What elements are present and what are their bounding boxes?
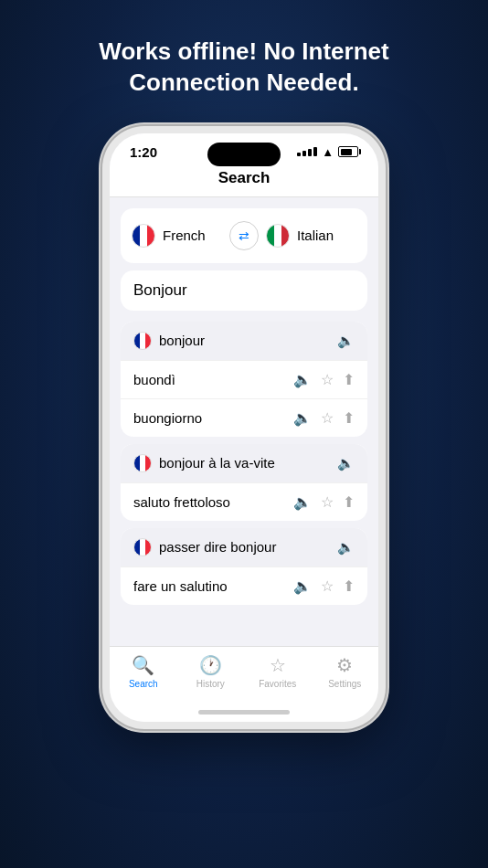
translation-text-2a: saluto frettoloso <box>133 494 230 510</box>
row-icons-2a: 🔈 ☆ ⬆ <box>293 493 355 511</box>
favorites-tab-icon: ☆ <box>270 654 286 676</box>
signal-dot-2 <box>302 151 306 156</box>
result-fr-flag-3 <box>133 538 152 556</box>
tab-search[interactable]: 🔍 Search <box>110 654 177 689</box>
result-fr-flag-1 <box>133 332 152 350</box>
share-icon-3a[interactable]: ⬆ <box>343 577 355 595</box>
result-source-text-1: bonjour <box>159 333 205 348</box>
nav-title: Search <box>110 164 378 197</box>
result-translation-row-2a: saluto frettoloso 🔈 ☆ ⬆ <box>121 482 367 521</box>
headline: Works offline! No Internet Connection Ne… <box>0 37 488 99</box>
home-indicator <box>110 704 378 722</box>
tab-settings[interactable]: ⚙ Settings <box>312 654 379 689</box>
source-language-label: French <box>163 228 206 243</box>
speaker-icon-2[interactable]: 🔈 <box>337 455 355 471</box>
row-icons-3a: 🔈 ☆ ⬆ <box>293 577 355 595</box>
swap-icon: ⇄ <box>239 228 249 243</box>
share-icon-2a[interactable]: ⬆ <box>343 493 355 511</box>
language-selector: French ⇄ Italian <box>121 208 367 263</box>
status-icons: ▲ <box>297 145 358 159</box>
swap-languages-button[interactable]: ⇄ <box>229 221 259 250</box>
settings-tab-icon: ⚙ <box>336 654 353 676</box>
result-translation-row-1b: buongiorno 🔈 ☆ ⬆ <box>121 398 367 437</box>
result-translation-row-3a: fare un salutino 🔈 ☆ ⬆ <box>121 566 367 605</box>
speaker-icon-3[interactable]: 🔈 <box>337 539 355 556</box>
source-language-button[interactable]: French <box>132 224 222 248</box>
search-tab-label: Search <box>129 679 158 689</box>
tab-favorites[interactable]: ☆ Favorites <box>244 654 312 689</box>
translation-text-1b: buongiorno <box>133 410 202 426</box>
row-icons-1a: 🔈 ☆ ⬆ <box>293 371 355 388</box>
french-flag-icon <box>132 224 155 248</box>
result-source-text-2: bonjour à la va-vite <box>159 455 275 471</box>
result-group-2: bonjour à la va-vite 🔈 saluto frettoloso… <box>121 444 367 521</box>
speaker-icon-3a[interactable]: 🔈 <box>293 577 312 595</box>
result-source-left-1: bonjour <box>133 332 205 350</box>
result-source-row-3: passer dire bonjour 🔈 <box>121 528 367 566</box>
home-bar <box>198 710 290 715</box>
row-icons-1b: 🔈 ☆ ⬆ <box>293 409 355 427</box>
result-source-text-3: passer dire bonjour <box>159 539 276 555</box>
search-tab-icon: 🔍 <box>132 654 154 676</box>
share-icon-1b[interactable]: ⬆ <box>343 409 355 427</box>
result-fr-flag-2 <box>133 454 152 472</box>
status-time: 1:20 <box>130 144 157 160</box>
battery-fill <box>341 149 353 155</box>
history-tab-label: History <box>196 679 225 689</box>
dynamic-island <box>207 143 281 166</box>
favorite-icon-1b[interactable]: ☆ <box>321 409 334 427</box>
screen: 1:20 ▲ Search <box>110 133 378 722</box>
tab-history[interactable]: 🕐 History <box>177 654 245 689</box>
search-input[interactable] <box>133 281 355 300</box>
favorite-icon-1a[interactable]: ☆ <box>321 371 334 388</box>
battery-icon <box>338 146 358 157</box>
translation-text-1a: buondì <box>133 372 175 387</box>
italian-flag-icon <box>266 224 290 248</box>
signal-dot-4 <box>313 147 317 156</box>
favorites-tab-label: Favorites <box>259 679 296 689</box>
history-tab-icon: 🕐 <box>199 654 222 676</box>
result-group-1: bonjour 🔈 buondì 🔈 ☆ ⬆ buongiorno 🔈 <box>121 322 367 437</box>
result-source-left-2: bonjour à la va-vite <box>133 454 275 472</box>
result-source-row-2: bonjour à la va-vite 🔈 <box>121 444 367 482</box>
result-source-row-1: bonjour 🔈 <box>121 322 367 360</box>
search-input-container[interactable] <box>121 270 367 311</box>
app-content: French ⇄ Italian bonjour <box>110 197 378 646</box>
signal-dots <box>297 147 317 156</box>
speaker-icon-1a[interactable]: 🔈 <box>293 371 312 388</box>
share-icon-1a[interactable]: ⬆ <box>343 371 355 388</box>
result-group-3: passer dire bonjour 🔈 fare un salutino 🔈… <box>121 528 367 605</box>
speaker-icon-1b[interactable]: 🔈 <box>293 409 312 427</box>
result-source-left-3: passer dire bonjour <box>133 538 276 556</box>
favorite-icon-3a[interactable]: ☆ <box>321 577 334 595</box>
favorite-icon-2a[interactable]: ☆ <box>321 493 334 511</box>
speaker-icon-1[interactable]: 🔈 <box>337 333 355 349</box>
target-language-button[interactable]: Italian <box>266 224 356 248</box>
target-language-label: Italian <box>297 228 334 243</box>
signal-dot-1 <box>297 153 301 156</box>
translation-text-3a: fare un salutino <box>133 578 228 594</box>
result-translation-row-1a: buondì 🔈 ☆ ⬆ <box>121 360 367 398</box>
signal-dot-3 <box>308 149 312 156</box>
status-bar: 1:20 ▲ <box>110 133 378 164</box>
phone-frame: 1:20 ▲ Search <box>102 126 386 729</box>
settings-tab-label: Settings <box>328 679 361 689</box>
speaker-icon-2a[interactable]: 🔈 <box>293 493 312 511</box>
wifi-icon: ▲ <box>322 145 334 159</box>
tab-bar: 🔍 Search 🕐 History ☆ Favorites ⚙ Setting… <box>110 646 378 704</box>
